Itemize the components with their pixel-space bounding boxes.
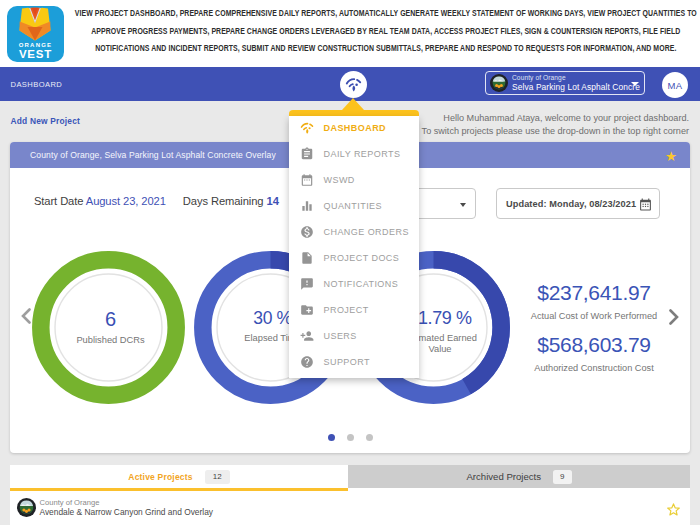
svg-text:VEST: VEST	[19, 48, 52, 60]
